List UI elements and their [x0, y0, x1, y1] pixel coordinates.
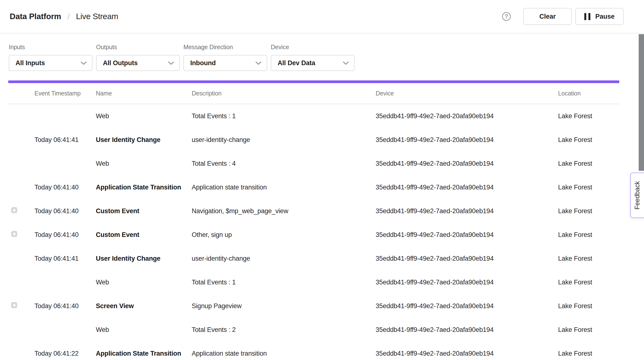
header-actions: ? Clear Pause [502, 8, 624, 25]
vertical-scrollbar-thumb[interactable] [639, 34, 644, 171]
inputs-select[interactable]: All Inputs [9, 55, 92, 71]
device-select[interactable]: All Dev Data [271, 55, 354, 71]
row-description: user-identity-change [192, 255, 376, 262]
row-location: Lake Forest [558, 302, 619, 310]
table-row[interactable]: Web Total Events : 4 35eddb41-9ff9-49e2-… [8, 152, 619, 176]
row-timestamp: Today 06:41:41 [34, 136, 96, 144]
pause-button[interactable]: Pause [575, 8, 624, 25]
row-timestamp: Today 06:41:41 [34, 255, 96, 262]
filter-device-label: Device [271, 44, 354, 51]
row-device: 35eddb41-9ff9-49e2-7aed-20afa90eb194 [376, 112, 558, 120]
filter-device: Device All Dev Data [271, 44, 354, 71]
row-name: Screen View [96, 302, 192, 310]
filter-inputs-label: Inputs [9, 44, 92, 51]
row-description: Navigation, $mp_web_page_view [192, 207, 376, 215]
table-row[interactable]: Today 06:41:40 Application State Transit… [8, 176, 619, 199]
row-location: Lake Forest [558, 255, 619, 262]
outputs-select-value: All Outputs [103, 59, 138, 67]
row-timestamp: Today 06:41:40 [34, 184, 96, 191]
filter-outputs-label: Outputs [96, 44, 180, 51]
column-header-description: Description [192, 90, 376, 97]
row-description: Total Events : 1 [192, 112, 376, 120]
chevron-down-icon [255, 61, 262, 65]
row-location: Lake Forest [558, 136, 619, 144]
row-device: 35eddb41-9ff9-49e2-7aed-20afa90eb194 [376, 231, 558, 239]
row-description: Total Events : 2 [192, 326, 376, 334]
feedback-tab-label: Feedback [634, 181, 641, 209]
table-body: Web Total Events : 1 35eddb41-9ff9-49e2-… [8, 104, 619, 360]
row-name: Web [96, 160, 192, 168]
row-location: Lake Forest [558, 184, 619, 191]
row-device: 35eddb41-9ff9-49e2-7aed-20afa90eb194 [376, 207, 558, 215]
table-row[interactable]: Web Total Events : 1 35eddb41-9ff9-49e2-… [8, 270, 619, 294]
row-name: User Identity Change [96, 255, 192, 262]
row-description: Application state transition [192, 184, 376, 191]
expand-row-button[interactable] [11, 302, 17, 308]
row-device: 35eddb41-9ff9-49e2-7aed-20afa90eb194 [376, 279, 558, 286]
row-location: Lake Forest [558, 350, 619, 357]
device-select-value: All Dev Data [278, 59, 315, 67]
expand-row-button[interactable] [11, 231, 17, 237]
column-header-event-timestamp: Event Timestamp [34, 90, 96, 97]
row-name: Application State Transition [96, 184, 192, 191]
row-timestamp: Today 06:41:40 [34, 302, 96, 310]
row-name: Web [96, 279, 192, 286]
chevron-down-icon [342, 61, 349, 65]
row-timestamp: Today 06:41:22 [34, 350, 96, 357]
row-device: 35eddb41-9ff9-49e2-7aed-20afa90eb194 [376, 350, 558, 357]
message-direction-select[interactable]: Inbound [184, 55, 267, 71]
chevron-down-icon [168, 61, 174, 65]
row-location: Lake Forest [558, 279, 619, 286]
table-row[interactable]: Today 06:41:40 Custom Event Navigation, … [8, 199, 619, 223]
row-name: Web [96, 112, 192, 120]
row-device: 35eddb41-9ff9-49e2-7aed-20afa90eb194 [376, 136, 558, 144]
table-row[interactable]: Today 06:41:40 Screen View Signup Pagevi… [8, 294, 619, 318]
filter-message-direction-label: Message Direction [184, 44, 267, 51]
outputs-select[interactable]: All Outputs [96, 55, 180, 71]
row-timestamp: Today 06:41:40 [34, 207, 96, 215]
row-device: 35eddb41-9ff9-49e2-7aed-20afa90eb194 [376, 326, 558, 334]
chevron-down-icon [80, 61, 87, 65]
table-row[interactable]: Today 06:41:41 User Identity Change user… [8, 247, 619, 270]
table-row[interactable]: Web Total Events : 2 35eddb41-9ff9-49e2-… [8, 318, 619, 342]
row-description: Total Events : 4 [192, 160, 376, 168]
breadcrumb-separator: / [68, 12, 70, 21]
row-name: Custom Event [96, 207, 192, 215]
breadcrumb: Data Platform / Live Stream [10, 12, 118, 21]
feedback-tab[interactable]: Feedback [630, 173, 644, 218]
pause-icon [584, 13, 590, 20]
row-description: user-identity-change [192, 136, 376, 144]
filter-outputs: Outputs All Outputs [96, 44, 180, 71]
table-row[interactable]: Today 06:41:22 Application State Transit… [8, 342, 619, 360]
row-location: Lake Forest [558, 160, 619, 168]
expand-row-button[interactable] [11, 207, 17, 213]
row-device: 35eddb41-9ff9-49e2-7aed-20afa90eb194 [376, 184, 558, 191]
accent-divider [8, 80, 619, 83]
message-direction-select-value: Inbound [190, 59, 216, 67]
row-description: Application state transition [192, 350, 376, 357]
row-location: Lake Forest [558, 207, 619, 215]
table-row[interactable]: Today 06:41:41 User Identity Change user… [8, 128, 619, 152]
page-title: Live Stream [76, 12, 118, 21]
row-description: Other, sign up [192, 231, 376, 239]
row-name: Application State Transition [96, 350, 192, 357]
row-timestamp: Today 06:41:40 [34, 231, 96, 239]
table-header-row: Event Timestamp Name Description Device … [8, 83, 619, 104]
row-description: Total Events : 1 [192, 279, 376, 286]
clear-button[interactable]: Clear [524, 8, 572, 25]
row-location: Lake Forest [558, 112, 619, 120]
table-row[interactable]: Today 06:41:40 Custom Event Other, sign … [8, 223, 619, 247]
row-device: 35eddb41-9ff9-49e2-7aed-20afa90eb194 [376, 255, 558, 262]
row-description: Signup Pageview [192, 302, 376, 310]
breadcrumb-section[interactable]: Data Platform [10, 12, 61, 21]
page-header: Data Platform / Live Stream ? Clear Paus… [0, 0, 644, 33]
row-device: 35eddb41-9ff9-49e2-7aed-20afa90eb194 [376, 160, 558, 168]
help-icon[interactable]: ? [502, 12, 511, 21]
column-header-name: Name [96, 90, 192, 97]
row-location: Lake Forest [558, 231, 619, 239]
events-table: Event Timestamp Name Description Device … [8, 83, 619, 360]
column-header-location: Location [558, 90, 619, 97]
table-row[interactable]: Web Total Events : 1 35eddb41-9ff9-49e2-… [8, 104, 619, 128]
filter-inputs: Inputs All Inputs [9, 44, 92, 71]
row-name: User Identity Change [96, 136, 192, 144]
